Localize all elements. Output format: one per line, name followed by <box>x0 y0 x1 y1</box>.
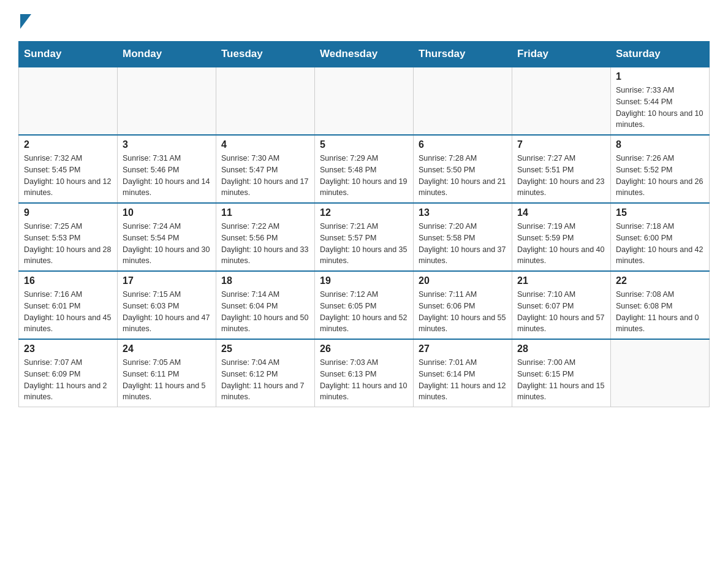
calendar-cell: 23Sunrise: 7:07 AMSunset: 6:09 PMDayligh… <box>19 339 118 407</box>
day-info: Sunrise: 7:22 AMSunset: 5:56 PMDaylight:… <box>221 221 309 267</box>
calendar-cell: 11Sunrise: 7:22 AMSunset: 5:56 PMDayligh… <box>216 203 315 271</box>
day-number: 24 <box>123 343 211 354</box>
day-number: 17 <box>123 275 211 286</box>
calendar-cell <box>414 67 512 135</box>
weekday-header-thursday: Thursday <box>414 42 512 67</box>
calendar-cell <box>315 67 414 135</box>
calendar-cell: 2Sunrise: 7:32 AMSunset: 5:45 PMDaylight… <box>19 135 118 203</box>
weekday-header-sunday: Sunday <box>19 42 118 67</box>
weekday-header-row: SundayMondayTuesdayWednesdayThursdayFrid… <box>19 42 710 67</box>
day-number: 22 <box>616 275 704 286</box>
calendar-cell: 16Sunrise: 7:16 AMSunset: 6:01 PMDayligh… <box>19 271 118 339</box>
calendar-cell: 25Sunrise: 7:04 AMSunset: 6:12 PMDayligh… <box>216 339 315 407</box>
day-number: 8 <box>616 139 704 150</box>
day-info: Sunrise: 7:10 AMSunset: 6:07 PMDaylight:… <box>517 289 605 335</box>
page-header <box>18 12 710 29</box>
calendar-cell: 24Sunrise: 7:05 AMSunset: 6:11 PMDayligh… <box>118 339 216 407</box>
day-info: Sunrise: 7:25 AMSunset: 5:53 PMDaylight:… <box>24 221 112 267</box>
calendar-cell <box>216 67 315 135</box>
logo-arrow-icon <box>20 14 31 29</box>
weekday-header-friday: Friday <box>512 42 611 67</box>
day-info: Sunrise: 7:27 AMSunset: 5:51 PMDaylight:… <box>517 153 605 199</box>
day-info: Sunrise: 7:32 AMSunset: 5:45 PMDaylight:… <box>24 153 112 199</box>
day-number: 27 <box>419 343 507 354</box>
weekday-header-saturday: Saturday <box>611 42 710 67</box>
calendar-week-row: 2Sunrise: 7:32 AMSunset: 5:45 PMDaylight… <box>19 135 710 203</box>
day-info: Sunrise: 7:21 AMSunset: 5:57 PMDaylight:… <box>320 221 408 267</box>
day-info: Sunrise: 7:04 AMSunset: 6:12 PMDaylight:… <box>221 357 309 403</box>
day-number: 15 <box>616 207 704 218</box>
calendar-cell: 22Sunrise: 7:08 AMSunset: 6:08 PMDayligh… <box>611 271 710 339</box>
weekday-header-tuesday: Tuesday <box>216 42 315 67</box>
day-info: Sunrise: 7:05 AMSunset: 6:11 PMDaylight:… <box>123 357 211 403</box>
day-info: Sunrise: 7:14 AMSunset: 6:04 PMDaylight:… <box>221 289 309 335</box>
day-number: 6 <box>419 139 507 150</box>
calendar-cell: 6Sunrise: 7:28 AMSunset: 5:50 PMDaylight… <box>414 135 512 203</box>
day-number: 13 <box>419 207 507 218</box>
day-number: 9 <box>24 207 112 218</box>
day-info: Sunrise: 7:30 AMSunset: 5:47 PMDaylight:… <box>221 153 309 199</box>
calendar-cell: 17Sunrise: 7:15 AMSunset: 6:03 PMDayligh… <box>118 271 216 339</box>
calendar-cell <box>19 67 118 135</box>
day-info: Sunrise: 7:29 AMSunset: 5:48 PMDaylight:… <box>320 153 408 199</box>
calendar-cell: 1Sunrise: 7:33 AMSunset: 5:44 PMDaylight… <box>611 67 710 135</box>
calendar-week-row: 16Sunrise: 7:16 AMSunset: 6:01 PMDayligh… <box>19 271 710 339</box>
calendar-week-row: 9Sunrise: 7:25 AMSunset: 5:53 PMDaylight… <box>19 203 710 271</box>
calendar-cell: 7Sunrise: 7:27 AMSunset: 5:51 PMDaylight… <box>512 135 611 203</box>
calendar-cell: 10Sunrise: 7:24 AMSunset: 5:54 PMDayligh… <box>118 203 216 271</box>
calendar-cell: 9Sunrise: 7:25 AMSunset: 5:53 PMDaylight… <box>19 203 118 271</box>
day-info: Sunrise: 7:12 AMSunset: 6:05 PMDaylight:… <box>320 289 408 335</box>
calendar-cell <box>512 67 611 135</box>
day-info: Sunrise: 7:28 AMSunset: 5:50 PMDaylight:… <box>419 153 507 199</box>
day-info: Sunrise: 7:07 AMSunset: 6:09 PMDaylight:… <box>24 357 112 403</box>
day-info: Sunrise: 7:03 AMSunset: 6:13 PMDaylight:… <box>320 357 408 403</box>
calendar-cell: 15Sunrise: 7:18 AMSunset: 6:00 PMDayligh… <box>611 203 710 271</box>
calendar-cell: 28Sunrise: 7:00 AMSunset: 6:15 PMDayligh… <box>512 339 611 407</box>
calendar-cell: 20Sunrise: 7:11 AMSunset: 6:06 PMDayligh… <box>414 271 512 339</box>
day-number: 23 <box>24 343 112 354</box>
day-info: Sunrise: 7:31 AMSunset: 5:46 PMDaylight:… <box>123 153 211 199</box>
day-number: 25 <box>221 343 309 354</box>
day-number: 18 <box>221 275 309 286</box>
calendar-table: SundayMondayTuesdayWednesdayThursdayFrid… <box>18 41 710 407</box>
calendar-week-row: 23Sunrise: 7:07 AMSunset: 6:09 PMDayligh… <box>19 339 710 407</box>
day-info: Sunrise: 7:15 AMSunset: 6:03 PMDaylight:… <box>123 289 211 335</box>
day-number: 19 <box>320 275 408 286</box>
day-info: Sunrise: 7:18 AMSunset: 6:00 PMDaylight:… <box>616 221 704 267</box>
day-number: 28 <box>517 343 605 354</box>
day-number: 12 <box>320 207 408 218</box>
calendar-week-row: 1Sunrise: 7:33 AMSunset: 5:44 PMDaylight… <box>19 67 710 135</box>
day-info: Sunrise: 7:26 AMSunset: 5:52 PMDaylight:… <box>616 153 704 199</box>
calendar-cell: 19Sunrise: 7:12 AMSunset: 6:05 PMDayligh… <box>315 271 414 339</box>
calendar-cell: 8Sunrise: 7:26 AMSunset: 5:52 PMDaylight… <box>611 135 710 203</box>
day-number: 4 <box>221 139 309 150</box>
weekday-header-wednesday: Wednesday <box>315 42 414 67</box>
day-number: 21 <box>517 275 605 286</box>
calendar-cell: 14Sunrise: 7:19 AMSunset: 5:59 PMDayligh… <box>512 203 611 271</box>
day-number: 11 <box>221 207 309 218</box>
calendar-cell: 27Sunrise: 7:01 AMSunset: 6:14 PMDayligh… <box>414 339 512 407</box>
calendar-cell <box>611 339 710 407</box>
calendar-cell: 26Sunrise: 7:03 AMSunset: 6:13 PMDayligh… <box>315 339 414 407</box>
calendar-cell <box>118 67 216 135</box>
day-info: Sunrise: 7:20 AMSunset: 5:58 PMDaylight:… <box>419 221 507 267</box>
day-number: 7 <box>517 139 605 150</box>
day-info: Sunrise: 7:16 AMSunset: 6:01 PMDaylight:… <box>24 289 112 335</box>
day-info: Sunrise: 7:08 AMSunset: 6:08 PMDaylight:… <box>616 289 704 335</box>
calendar-cell: 21Sunrise: 7:10 AMSunset: 6:07 PMDayligh… <box>512 271 611 339</box>
day-info: Sunrise: 7:11 AMSunset: 6:06 PMDaylight:… <box>419 289 507 335</box>
day-info: Sunrise: 7:33 AMSunset: 5:44 PMDaylight:… <box>616 85 704 131</box>
calendar-cell: 4Sunrise: 7:30 AMSunset: 5:47 PMDaylight… <box>216 135 315 203</box>
day-info: Sunrise: 7:24 AMSunset: 5:54 PMDaylight:… <box>123 221 211 267</box>
day-info: Sunrise: 7:19 AMSunset: 5:59 PMDaylight:… <box>517 221 605 267</box>
calendar-cell: 12Sunrise: 7:21 AMSunset: 5:57 PMDayligh… <box>315 203 414 271</box>
weekday-header-monday: Monday <box>118 42 216 67</box>
calendar-cell: 3Sunrise: 7:31 AMSunset: 5:46 PMDaylight… <box>118 135 216 203</box>
calendar-cell: 18Sunrise: 7:14 AMSunset: 6:04 PMDayligh… <box>216 271 315 339</box>
day-number: 3 <box>123 139 211 150</box>
day-info: Sunrise: 7:00 AMSunset: 6:15 PMDaylight:… <box>517 357 605 403</box>
calendar-cell: 5Sunrise: 7:29 AMSunset: 5:48 PMDaylight… <box>315 135 414 203</box>
day-number: 1 <box>616 71 704 82</box>
day-number: 20 <box>419 275 507 286</box>
svg-marker-0 <box>20 14 31 29</box>
